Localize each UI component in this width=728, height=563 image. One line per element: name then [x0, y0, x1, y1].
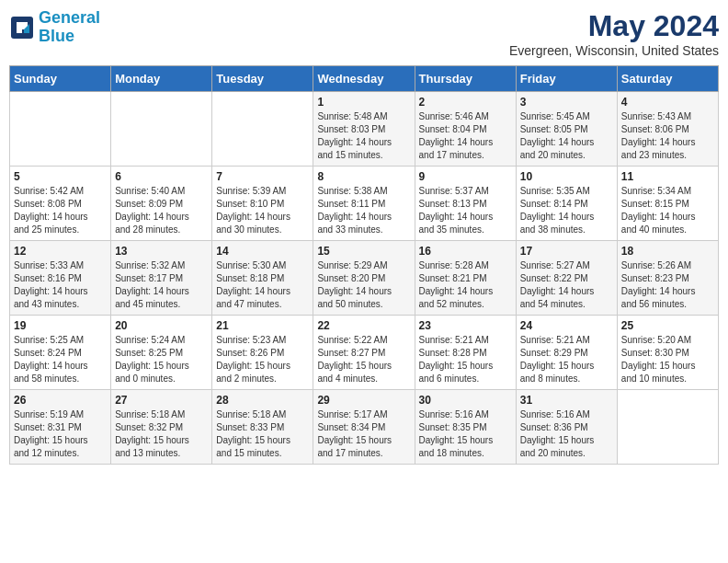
- calendar-cell: 24Sunrise: 5:21 AM Sunset: 8:29 PM Dayli…: [516, 316, 617, 390]
- day-info: Sunrise: 5:21 AM Sunset: 8:29 PM Dayligh…: [520, 334, 613, 385]
- location: Evergreen, Wisconsin, United States: [509, 43, 719, 58]
- day-number: 26: [14, 394, 107, 407]
- day-info: Sunrise: 5:25 AM Sunset: 8:24 PM Dayligh…: [14, 334, 107, 385]
- day-info: Sunrise: 5:18 AM Sunset: 8:32 PM Dayligh…: [115, 408, 208, 460]
- logo: General Blue: [9, 9, 100, 46]
- calendar-cell: 18Sunrise: 5:26 AM Sunset: 8:23 PM Dayli…: [617, 241, 718, 316]
- day-number: 6: [115, 170, 208, 183]
- day-info: Sunrise: 5:24 AM Sunset: 8:25 PM Dayligh…: [115, 334, 208, 385]
- day-info: Sunrise: 5:46 AM Sunset: 8:04 PM Dayligh…: [419, 110, 512, 162]
- day-number: 18: [621, 245, 714, 258]
- day-info: Sunrise: 5:21 AM Sunset: 8:28 PM Dayligh…: [419, 334, 512, 385]
- calendar-cell: 3Sunrise: 5:45 AM Sunset: 8:05 PM Daylig…: [516, 92, 617, 167]
- day-info: Sunrise: 5:30 AM Sunset: 8:18 PM Dayligh…: [216, 259, 309, 311]
- day-number: 31: [520, 394, 613, 407]
- calendar-cell: 25Sunrise: 5:20 AM Sunset: 8:30 PM Dayli…: [617, 316, 718, 390]
- weekday-header: Wednesday: [313, 66, 415, 92]
- calendar-cell: 8Sunrise: 5:38 AM Sunset: 8:11 PM Daylig…: [313, 167, 415, 241]
- day-info: Sunrise: 5:29 AM Sunset: 8:20 PM Dayligh…: [317, 259, 410, 311]
- day-info: Sunrise: 5:22 AM Sunset: 8:27 PM Dayligh…: [317, 334, 410, 385]
- day-info: Sunrise: 5:23 AM Sunset: 8:26 PM Dayligh…: [216, 334, 309, 385]
- day-info: Sunrise: 5:18 AM Sunset: 8:33 PM Dayligh…: [216, 408, 309, 460]
- day-info: Sunrise: 5:16 AM Sunset: 8:35 PM Dayligh…: [419, 408, 512, 460]
- day-number: 11: [621, 170, 714, 183]
- day-number: 28: [216, 394, 309, 407]
- calendar-cell: 20Sunrise: 5:24 AM Sunset: 8:25 PM Dayli…: [111, 316, 212, 390]
- calendar-cell: 19Sunrise: 5:25 AM Sunset: 8:24 PM Dayli…: [10, 316, 111, 390]
- day-number: 16: [419, 245, 512, 258]
- calendar-cell: 23Sunrise: 5:21 AM Sunset: 8:28 PM Dayli…: [415, 316, 516, 390]
- day-info: Sunrise: 5:45 AM Sunset: 8:05 PM Dayligh…: [520, 110, 613, 162]
- calendar-cell: 29Sunrise: 5:17 AM Sunset: 8:34 PM Dayli…: [313, 390, 415, 465]
- weekday-header: Friday: [516, 66, 617, 92]
- title-block: May 2024 Evergreen, Wisconsin, United St…: [509, 9, 719, 58]
- day-number: 7: [216, 170, 309, 183]
- day-number: 21: [216, 319, 309, 332]
- logo-text: General: [39, 9, 100, 28]
- day-number: 25: [621, 319, 714, 332]
- calendar-cell: 1Sunrise: 5:48 AM Sunset: 8:03 PM Daylig…: [313, 92, 415, 167]
- day-info: Sunrise: 5:34 AM Sunset: 8:15 PM Dayligh…: [621, 185, 714, 236]
- calendar-cell: 13Sunrise: 5:32 AM Sunset: 8:17 PM Dayli…: [111, 241, 212, 316]
- calendar-cell: 7Sunrise: 5:39 AM Sunset: 8:10 PM Daylig…: [212, 167, 313, 241]
- weekday-header: Thursday: [415, 66, 516, 92]
- day-number: 24: [520, 319, 613, 332]
- day-number: 23: [419, 319, 512, 332]
- day-info: Sunrise: 5:27 AM Sunset: 8:22 PM Dayligh…: [520, 259, 613, 311]
- calendar-cell: 10Sunrise: 5:35 AM Sunset: 8:14 PM Dayli…: [516, 167, 617, 241]
- weekday-header: Sunday: [10, 66, 111, 92]
- day-number: 27: [115, 394, 208, 407]
- calendar-cell: 14Sunrise: 5:30 AM Sunset: 8:18 PM Dayli…: [212, 241, 313, 316]
- day-info: Sunrise: 5:20 AM Sunset: 8:30 PM Dayligh…: [621, 334, 714, 385]
- day-number: 17: [520, 245, 613, 258]
- calendar-cell: 2Sunrise: 5:46 AM Sunset: 8:04 PM Daylig…: [415, 92, 516, 167]
- day-info: Sunrise: 5:19 AM Sunset: 8:31 PM Dayligh…: [14, 408, 107, 460]
- day-info: Sunrise: 5:37 AM Sunset: 8:13 PM Dayligh…: [419, 185, 512, 236]
- calendar-cell: 27Sunrise: 5:18 AM Sunset: 8:32 PM Dayli…: [111, 390, 212, 465]
- calendar-cell: 11Sunrise: 5:34 AM Sunset: 8:15 PM Dayli…: [617, 167, 718, 241]
- day-info: Sunrise: 5:26 AM Sunset: 8:23 PM Dayligh…: [621, 259, 714, 311]
- calendar-cell: 15Sunrise: 5:29 AM Sunset: 8:20 PM Dayli…: [313, 241, 415, 316]
- day-info: Sunrise: 5:42 AM Sunset: 8:08 PM Dayligh…: [14, 185, 107, 236]
- calendar-cell: 22Sunrise: 5:22 AM Sunset: 8:27 PM Dayli…: [313, 316, 415, 390]
- calendar-cell: 5Sunrise: 5:42 AM Sunset: 8:08 PM Daylig…: [10, 167, 111, 241]
- calendar-cell: 28Sunrise: 5:18 AM Sunset: 8:33 PM Dayli…: [212, 390, 313, 465]
- calendar-table: SundayMondayTuesdayWednesdayThursdayFrid…: [9, 65, 719, 465]
- calendar-cell: [111, 92, 212, 167]
- day-number: 13: [115, 245, 208, 258]
- calendar-cell: 30Sunrise: 5:16 AM Sunset: 8:35 PM Dayli…: [415, 390, 516, 465]
- day-info: Sunrise: 5:48 AM Sunset: 8:03 PM Dayligh…: [317, 110, 410, 162]
- day-info: Sunrise: 5:38 AM Sunset: 8:11 PM Dayligh…: [317, 185, 410, 236]
- month-year: May 2024: [509, 9, 719, 43]
- day-number: 30: [419, 394, 512, 407]
- day-number: 2: [419, 96, 512, 109]
- day-number: 9: [419, 170, 512, 183]
- day-number: 1: [317, 96, 410, 109]
- logo-icon: [9, 15, 35, 40]
- calendar-week-row: 12Sunrise: 5:33 AM Sunset: 8:16 PM Dayli…: [10, 241, 719, 316]
- day-info: Sunrise: 5:43 AM Sunset: 8:06 PM Dayligh…: [621, 110, 714, 162]
- day-info: Sunrise: 5:35 AM Sunset: 8:14 PM Dayligh…: [520, 185, 613, 236]
- calendar-cell: [617, 390, 718, 465]
- weekday-header: Tuesday: [212, 66, 313, 92]
- weekday-header: Saturday: [617, 66, 718, 92]
- calendar-week-row: 26Sunrise: 5:19 AM Sunset: 8:31 PM Dayli…: [10, 390, 719, 465]
- calendar-cell: [10, 92, 111, 167]
- calendar-week-row: 5Sunrise: 5:42 AM Sunset: 8:08 PM Daylig…: [10, 167, 719, 241]
- weekday-header-row: SundayMondayTuesdayWednesdayThursdayFrid…: [10, 66, 719, 92]
- day-info: Sunrise: 5:16 AM Sunset: 8:36 PM Dayligh…: [520, 408, 613, 460]
- day-number: 10: [520, 170, 613, 183]
- calendar-week-row: 1Sunrise: 5:48 AM Sunset: 8:03 PM Daylig…: [10, 92, 719, 167]
- calendar-cell: 6Sunrise: 5:40 AM Sunset: 8:09 PM Daylig…: [111, 167, 212, 241]
- day-number: 3: [520, 96, 613, 109]
- day-info: Sunrise: 5:32 AM Sunset: 8:17 PM Dayligh…: [115, 259, 208, 311]
- day-number: 8: [317, 170, 410, 183]
- weekday-header: Monday: [111, 66, 212, 92]
- day-info: Sunrise: 5:28 AM Sunset: 8:21 PM Dayligh…: [419, 259, 512, 311]
- day-number: 12: [14, 245, 107, 258]
- day-number: 19: [14, 319, 107, 332]
- calendar-week-row: 19Sunrise: 5:25 AM Sunset: 8:24 PM Dayli…: [10, 316, 719, 390]
- calendar-cell: 17Sunrise: 5:27 AM Sunset: 8:22 PM Dayli…: [516, 241, 617, 316]
- calendar-cell: 12Sunrise: 5:33 AM Sunset: 8:16 PM Dayli…: [10, 241, 111, 316]
- day-number: 14: [216, 245, 309, 258]
